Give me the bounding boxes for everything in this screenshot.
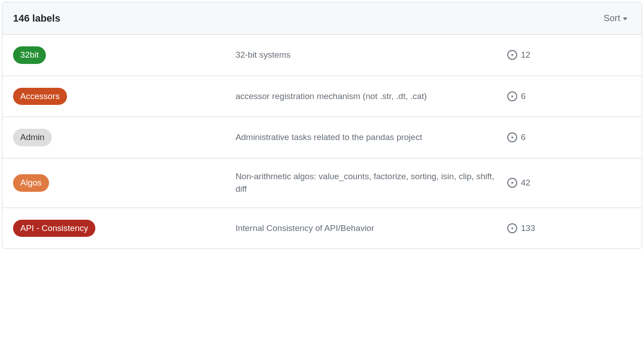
label-cell: Admin xyxy=(13,129,236,146)
label-issue-count: 42 xyxy=(521,178,530,188)
label-issue-count-link[interactable]: 6 xyxy=(507,132,526,142)
sort-button[interactable]: Sort xyxy=(600,11,631,25)
label-issue-count: 133 xyxy=(521,223,535,233)
label-description: Internal Consistency of API/Behavior xyxy=(236,222,508,235)
label-issue-count: 12 xyxy=(521,50,530,60)
label-issue-count-cell: 133 xyxy=(507,223,631,233)
labels-header: 146 labels Sort xyxy=(2,2,642,35)
open-issue-icon xyxy=(507,50,517,60)
label-pill[interactable]: 32bit xyxy=(13,46,46,64)
label-issue-count-link[interactable]: 42 xyxy=(507,178,530,188)
label-issue-count-cell: 6 xyxy=(507,132,631,142)
label-pill[interactable]: API - Consistency xyxy=(13,220,95,237)
label-pill[interactable]: Algos xyxy=(13,174,49,192)
open-issue-icon xyxy=(507,223,517,233)
label-cell: API - Consistency xyxy=(13,220,236,237)
label-description: Non-arithmetic algos: value_counts, fact… xyxy=(236,170,508,196)
label-issue-count-cell: 42 xyxy=(507,178,631,188)
label-description: 32-bit systems xyxy=(236,49,508,62)
label-description: accessor registration mechanism (not .st… xyxy=(236,90,508,103)
open-issue-icon xyxy=(507,178,517,188)
label-issue-count: 6 xyxy=(521,91,526,101)
sort-label: Sort xyxy=(604,13,620,23)
label-row: Accessorsaccessor registration mechanism… xyxy=(2,76,642,118)
labels-box: 146 labels Sort 32bit32-bit systems12Acc… xyxy=(2,2,642,249)
label-row: 32bit32-bit systems12 xyxy=(2,35,642,76)
label-cell: Accessors xyxy=(13,88,236,105)
label-issue-count-link[interactable]: 133 xyxy=(507,223,535,233)
label-issue-count-cell: 12 xyxy=(507,50,631,60)
label-cell: Algos xyxy=(13,174,236,192)
label-issue-count-link[interactable]: 12 xyxy=(507,50,530,60)
caret-down-icon xyxy=(623,18,627,20)
open-issue-icon xyxy=(507,132,517,142)
label-description: Administrative tasks related to the pand… xyxy=(236,131,508,144)
label-cell: 32bit xyxy=(13,46,236,64)
label-row: AdminAdministrative tasks related to the… xyxy=(2,117,642,158)
label-pill[interactable]: Accessors xyxy=(13,88,67,105)
open-issue-icon xyxy=(507,91,517,101)
label-issue-count: 6 xyxy=(521,132,526,142)
label-issue-count-cell: 6 xyxy=(507,91,631,101)
labels-list: 32bit32-bit systems12Accessorsaccessor r… xyxy=(2,35,642,249)
label-issue-count-link[interactable]: 6 xyxy=(507,91,526,101)
labels-count-title: 146 labels xyxy=(13,13,60,24)
label-row: API - ConsistencyInternal Consistency of… xyxy=(2,208,642,249)
label-pill[interactable]: Admin xyxy=(13,129,52,146)
label-row: AlgosNon-arithmetic algos: value_counts,… xyxy=(2,158,642,208)
